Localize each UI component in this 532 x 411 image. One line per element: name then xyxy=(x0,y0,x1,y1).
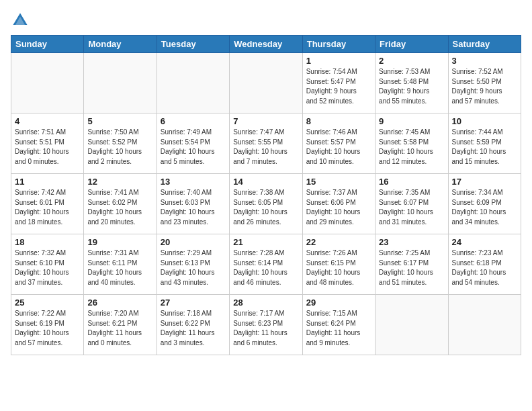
day-number: 25 xyxy=(15,298,80,308)
week-row-1: 1Sunrise: 7:54 AM Sunset: 5:47 PM Daylig… xyxy=(11,53,521,113)
day-number: 19 xyxy=(87,237,152,247)
calendar-cell: 21Sunrise: 7:28 AM Sunset: 6:14 PM Dayli… xyxy=(230,234,302,295)
calendar-cell: 3Sunrise: 7:52 AM Sunset: 5:50 PM Daylig… xyxy=(448,53,521,113)
day-info: Sunrise: 7:50 AM Sunset: 5:52 PM Dayligh… xyxy=(87,128,152,167)
day-info: Sunrise: 7:54 AM Sunset: 5:47 PM Dayligh… xyxy=(306,67,371,106)
calendar-table: SundayMondayTuesdayWednesdayThursdayFrid… xyxy=(11,35,521,355)
day-info: Sunrise: 7:22 AM Sunset: 6:19 PM Dayligh… xyxy=(15,309,80,348)
day-number: 2 xyxy=(379,56,444,66)
week-row-2: 4Sunrise: 7:51 AM Sunset: 5:51 PM Daylig… xyxy=(11,113,521,174)
day-info: Sunrise: 7:18 AM Sunset: 6:22 PM Dayligh… xyxy=(161,309,226,348)
column-header-tuesday: Tuesday xyxy=(157,36,229,53)
column-header-sunday: Sunday xyxy=(11,36,84,53)
day-number: 13 xyxy=(161,177,226,187)
day-info: Sunrise: 7:53 AM Sunset: 5:48 PM Dayligh… xyxy=(379,67,444,106)
column-header-monday: Monday xyxy=(84,36,157,53)
calendar-cell: 24Sunrise: 7:23 AM Sunset: 6:18 PM Dayli… xyxy=(448,234,521,295)
day-number: 8 xyxy=(306,116,371,126)
day-info: Sunrise: 7:41 AM Sunset: 6:02 PM Dayligh… xyxy=(87,188,152,227)
day-info: Sunrise: 7:52 AM Sunset: 5:50 PM Dayligh… xyxy=(452,67,517,106)
calendar-header-row: SundayMondayTuesdayWednesdayThursdayFrid… xyxy=(11,36,521,53)
calendar-cell: 9Sunrise: 7:45 AM Sunset: 5:58 PM Daylig… xyxy=(375,113,448,174)
calendar-cell: 1Sunrise: 7:54 AM Sunset: 5:47 PM Daylig… xyxy=(302,53,375,113)
day-number: 5 xyxy=(87,116,152,126)
column-header-friday: Friday xyxy=(375,36,448,53)
logo-icon xyxy=(11,11,30,30)
day-info: Sunrise: 7:29 AM Sunset: 6:13 PM Dayligh… xyxy=(161,248,226,287)
day-number: 21 xyxy=(233,237,298,247)
calendar-cell: 4Sunrise: 7:51 AM Sunset: 5:51 PM Daylig… xyxy=(11,113,84,174)
day-info: Sunrise: 7:23 AM Sunset: 6:18 PM Dayligh… xyxy=(452,248,517,287)
day-number: 20 xyxy=(161,237,226,247)
calendar-cell: 20Sunrise: 7:29 AM Sunset: 6:13 PM Dayli… xyxy=(157,234,229,295)
calendar-cell: 2Sunrise: 7:53 AM Sunset: 5:48 PM Daylig… xyxy=(375,53,448,113)
calendar-cell: 5Sunrise: 7:50 AM Sunset: 5:52 PM Daylig… xyxy=(84,113,157,174)
calendar-cell: 26Sunrise: 7:20 AM Sunset: 6:21 PM Dayli… xyxy=(84,295,157,355)
day-number: 22 xyxy=(306,237,371,247)
calendar-cell: 10Sunrise: 7:44 AM Sunset: 5:59 PM Dayli… xyxy=(448,113,521,174)
day-info: Sunrise: 7:47 AM Sunset: 5:55 PM Dayligh… xyxy=(233,128,298,167)
day-number: 4 xyxy=(15,116,80,126)
calendar-cell: 28Sunrise: 7:17 AM Sunset: 6:23 PM Dayli… xyxy=(230,295,302,355)
day-number: 9 xyxy=(379,116,444,126)
day-number: 15 xyxy=(306,177,371,187)
day-number: 27 xyxy=(161,298,226,308)
day-info: Sunrise: 7:34 AM Sunset: 6:09 PM Dayligh… xyxy=(452,188,517,227)
column-header-saturday: Saturday xyxy=(448,36,521,53)
day-number: 28 xyxy=(233,298,298,308)
day-number: 10 xyxy=(452,116,517,126)
day-number: 6 xyxy=(161,116,226,126)
day-info: Sunrise: 7:46 AM Sunset: 5:57 PM Dayligh… xyxy=(306,128,371,167)
day-info: Sunrise: 7:49 AM Sunset: 5:54 PM Dayligh… xyxy=(161,128,226,167)
day-number: 26 xyxy=(87,298,152,308)
day-info: Sunrise: 7:17 AM Sunset: 6:23 PM Dayligh… xyxy=(233,309,298,348)
day-info: Sunrise: 7:40 AM Sunset: 6:03 PM Dayligh… xyxy=(161,188,226,227)
calendar-cell xyxy=(230,53,302,113)
day-info: Sunrise: 7:35 AM Sunset: 6:07 PM Dayligh… xyxy=(379,188,444,227)
week-row-5: 25Sunrise: 7:22 AM Sunset: 6:19 PM Dayli… xyxy=(11,295,521,355)
day-info: Sunrise: 7:31 AM Sunset: 6:11 PM Dayligh… xyxy=(87,248,152,287)
calendar-cell: 19Sunrise: 7:31 AM Sunset: 6:11 PM Dayli… xyxy=(84,234,157,295)
day-number: 12 xyxy=(87,177,152,187)
calendar-cell: 15Sunrise: 7:37 AM Sunset: 6:06 PM Dayli… xyxy=(302,174,375,234)
calendar-cell: 18Sunrise: 7:32 AM Sunset: 6:10 PM Dayli… xyxy=(11,234,84,295)
calendar-cell: 13Sunrise: 7:40 AM Sunset: 6:03 PM Dayli… xyxy=(157,174,229,234)
day-number: 7 xyxy=(233,116,298,126)
calendar-cell xyxy=(448,295,521,355)
day-info: Sunrise: 7:20 AM Sunset: 6:21 PM Dayligh… xyxy=(87,309,152,348)
calendar-cell: 22Sunrise: 7:26 AM Sunset: 6:15 PM Dayli… xyxy=(302,234,375,295)
calendar-cell xyxy=(375,295,448,355)
day-number: 1 xyxy=(306,56,371,66)
day-info: Sunrise: 7:42 AM Sunset: 6:01 PM Dayligh… xyxy=(15,188,80,227)
calendar-cell: 23Sunrise: 7:25 AM Sunset: 6:17 PM Dayli… xyxy=(375,234,448,295)
day-number: 24 xyxy=(452,237,517,247)
page-header xyxy=(11,11,521,30)
column-header-wednesday: Wednesday xyxy=(230,36,302,53)
calendar-cell: 27Sunrise: 7:18 AM Sunset: 6:22 PM Dayli… xyxy=(157,295,229,355)
day-info: Sunrise: 7:26 AM Sunset: 6:15 PM Dayligh… xyxy=(306,248,371,287)
day-number: 14 xyxy=(233,177,298,187)
calendar-cell xyxy=(11,53,84,113)
day-number: 11 xyxy=(15,177,80,187)
day-number: 17 xyxy=(452,177,517,187)
day-info: Sunrise: 7:44 AM Sunset: 5:59 PM Dayligh… xyxy=(452,128,517,167)
calendar-cell: 14Sunrise: 7:38 AM Sunset: 6:05 PM Dayli… xyxy=(230,174,302,234)
calendar-cell: 11Sunrise: 7:42 AM Sunset: 6:01 PM Dayli… xyxy=(11,174,84,234)
day-info: Sunrise: 7:25 AM Sunset: 6:17 PM Dayligh… xyxy=(379,248,444,287)
calendar-cell: 25Sunrise: 7:22 AM Sunset: 6:19 PM Dayli… xyxy=(11,295,84,355)
calendar-cell xyxy=(84,53,157,113)
calendar-cell: 17Sunrise: 7:34 AM Sunset: 6:09 PM Dayli… xyxy=(448,174,521,234)
day-number: 23 xyxy=(379,237,444,247)
day-info: Sunrise: 7:51 AM Sunset: 5:51 PM Dayligh… xyxy=(15,128,80,167)
day-info: Sunrise: 7:15 AM Sunset: 6:24 PM Dayligh… xyxy=(306,309,371,348)
day-number: 3 xyxy=(452,56,517,66)
day-info: Sunrise: 7:38 AM Sunset: 6:05 PM Dayligh… xyxy=(233,188,298,227)
day-info: Sunrise: 7:37 AM Sunset: 6:06 PM Dayligh… xyxy=(306,188,371,227)
day-number: 18 xyxy=(15,237,80,247)
day-info: Sunrise: 7:45 AM Sunset: 5:58 PM Dayligh… xyxy=(379,128,444,167)
week-row-3: 11Sunrise: 7:42 AM Sunset: 6:01 PM Dayli… xyxy=(11,174,521,234)
calendar-cell: 16Sunrise: 7:35 AM Sunset: 6:07 PM Dayli… xyxy=(375,174,448,234)
day-info: Sunrise: 7:28 AM Sunset: 6:14 PM Dayligh… xyxy=(233,248,298,287)
calendar-cell: 7Sunrise: 7:47 AM Sunset: 5:55 PM Daylig… xyxy=(230,113,302,174)
calendar-cell: 29Sunrise: 7:15 AM Sunset: 6:24 PM Dayli… xyxy=(302,295,375,355)
